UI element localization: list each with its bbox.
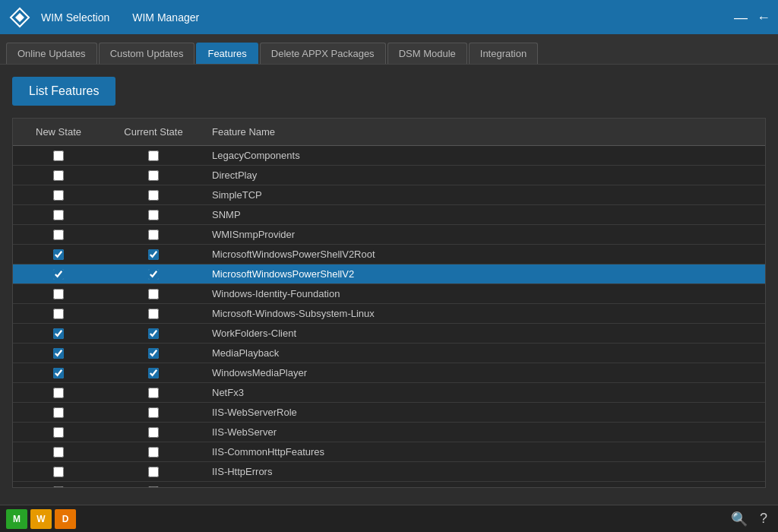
new-state-checkbox[interactable] xyxy=(53,289,64,299)
new-state-checkbox[interactable] xyxy=(53,427,64,438)
tab-online-updates[interactable]: Online Updates xyxy=(6,43,97,64)
current-state-checkbox[interactable] xyxy=(148,230,159,240)
feature-name-cell: LegacyComponents xyxy=(203,147,765,163)
btn-m[interactable]: M xyxy=(6,509,27,529)
current-state-checkbox[interactable] xyxy=(148,368,159,378)
current-state-checkbox[interactable] xyxy=(148,190,159,201)
current-state-cell xyxy=(104,289,203,299)
new-state-checkbox[interactable] xyxy=(53,230,64,240)
new-state-cell xyxy=(13,309,104,319)
current-state-checkbox[interactable] xyxy=(148,486,159,488)
main-content: List Features New State Current State Fe… xyxy=(0,65,778,505)
current-state-checkbox[interactable] xyxy=(148,447,159,458)
new-state-checkbox[interactable] xyxy=(53,170,64,181)
tab-features[interactable]: Features xyxy=(196,43,258,64)
new-state-checkbox[interactable] xyxy=(53,348,64,359)
new-state-checkbox[interactable] xyxy=(53,328,64,339)
table-row[interactable]: NetFx3 xyxy=(13,383,765,403)
current-state-checkbox[interactable] xyxy=(148,289,159,299)
current-state-checkbox[interactable] xyxy=(148,388,159,398)
table-row[interactable]: MediaPlayback xyxy=(13,344,765,363)
current-state-checkbox[interactable] xyxy=(148,309,159,319)
table-row[interactable]: IIS-CommonHttpFeatures xyxy=(13,442,765,462)
table-row[interactable]: IIS-WebServerRole xyxy=(13,403,765,423)
btn-w[interactable]: W xyxy=(30,509,52,529)
minimize-button[interactable]: — xyxy=(734,11,748,24)
header-new-state: New State xyxy=(13,123,104,141)
tab-integration[interactable]: Integration xyxy=(469,43,538,64)
new-state-checkbox[interactable] xyxy=(53,190,64,201)
table-row[interactable]: WindowsMediaPlayer xyxy=(13,363,765,383)
new-state-cell xyxy=(13,467,104,477)
table-row[interactable]: Windows-Identity-Foundation xyxy=(13,284,765,304)
current-state-checkbox[interactable] xyxy=(148,269,159,280)
current-state-checkbox[interactable] xyxy=(148,427,159,438)
tab-custom-updates[interactable]: Custom Updates xyxy=(99,43,195,64)
tabbar: Online UpdatesCustom UpdatesFeaturesDele… xyxy=(0,34,778,65)
new-state-checkbox[interactable] xyxy=(53,269,64,280)
current-state-cell xyxy=(104,348,203,359)
table-row[interactable]: Microsoft-Windows-Subsystem-Linux xyxy=(13,304,765,324)
new-state-checkbox[interactable] xyxy=(53,249,64,260)
table-body[interactable]: LegacyComponentsDirectPlaySimpleTCPSNMPW… xyxy=(13,146,765,487)
current-state-checkbox[interactable] xyxy=(148,467,159,477)
new-state-cell xyxy=(13,368,104,378)
current-state-checkbox[interactable] xyxy=(148,150,159,161)
table-row[interactable]: WMISnmpProvider xyxy=(13,225,765,245)
current-state-checkbox[interactable] xyxy=(148,328,159,339)
feature-name-cell: IIS-WebServerRole xyxy=(203,404,765,420)
btn-d[interactable]: D xyxy=(55,509,76,529)
new-state-checkbox[interactable] xyxy=(53,388,64,398)
current-state-checkbox[interactable] xyxy=(148,348,159,359)
new-state-checkbox[interactable] xyxy=(53,368,64,378)
table-row[interactable]: IIS-HttpRedirect xyxy=(13,482,765,487)
table-row[interactable]: IIS-HttpErrors xyxy=(13,462,765,482)
help-icon[interactable]: ? xyxy=(755,511,772,527)
new-state-checkbox[interactable] xyxy=(53,309,64,319)
feature-name-cell: Windows-Identity-Foundation xyxy=(203,286,765,302)
back-button[interactable]: ← xyxy=(757,11,770,24)
current-state-checkbox[interactable] xyxy=(148,407,159,418)
feature-name-cell: IIS-HttpErrors xyxy=(203,464,765,480)
table-row[interactable]: MicrosoftWindowsPowerShellV2Root xyxy=(13,245,765,264)
new-state-checkbox[interactable] xyxy=(53,407,64,418)
current-state-cell xyxy=(104,486,203,488)
new-state-cell xyxy=(13,407,104,418)
current-state-cell xyxy=(104,150,203,161)
new-state-cell xyxy=(13,210,104,220)
feature-name-cell: MediaPlayback xyxy=(203,345,765,361)
table-row[interactable]: SNMP xyxy=(13,205,765,225)
new-state-cell xyxy=(13,190,104,201)
feature-name-cell: IIS-WebServer xyxy=(203,424,765,440)
table-header: New State Current State Feature Name xyxy=(13,119,765,146)
table-row[interactable]: MicrosoftWindowsPowerShellV2 xyxy=(13,264,765,284)
table-row[interactable]: DirectPlay xyxy=(13,166,765,185)
table-row[interactable]: LegacyComponents xyxy=(13,146,765,166)
table-row[interactable]: IIS-WebServer xyxy=(13,423,765,442)
new-state-checkbox[interactable] xyxy=(53,486,64,488)
new-state-checkbox[interactable] xyxy=(53,210,64,220)
current-state-checkbox[interactable] xyxy=(148,170,159,181)
list-features-button[interactable]: List Features xyxy=(12,77,115,106)
new-state-checkbox[interactable] xyxy=(53,150,64,161)
feature-name-cell: DirectPlay xyxy=(203,167,765,183)
header-current-state: Current State xyxy=(104,123,203,141)
titlebar-wim-manager: WIM Manager xyxy=(132,11,199,24)
new-state-cell xyxy=(13,388,104,398)
tab-dsm-module[interactable]: DSM Module xyxy=(387,43,467,64)
new-state-checkbox[interactable] xyxy=(53,447,64,458)
current-state-cell xyxy=(104,368,203,378)
current-state-checkbox[interactable] xyxy=(148,210,159,220)
current-state-cell xyxy=(104,230,203,240)
feature-name-cell: MicrosoftWindowsPowerShellV2Root xyxy=(203,246,765,262)
table-row[interactable]: SimpleTCP xyxy=(13,185,765,205)
new-state-checkbox[interactable] xyxy=(53,467,64,477)
titlebar: WIM Selection WIM Manager — ← xyxy=(0,0,778,34)
current-state-cell xyxy=(104,388,203,398)
table-row[interactable]: WorkFolders-Client xyxy=(13,324,765,344)
current-state-checkbox[interactable] xyxy=(148,249,159,260)
new-state-cell xyxy=(13,230,104,240)
new-state-cell xyxy=(13,150,104,161)
tab-delete-appx[interactable]: Delete APPX Packages xyxy=(260,43,386,64)
search-icon[interactable]: 🔍 xyxy=(726,511,752,527)
